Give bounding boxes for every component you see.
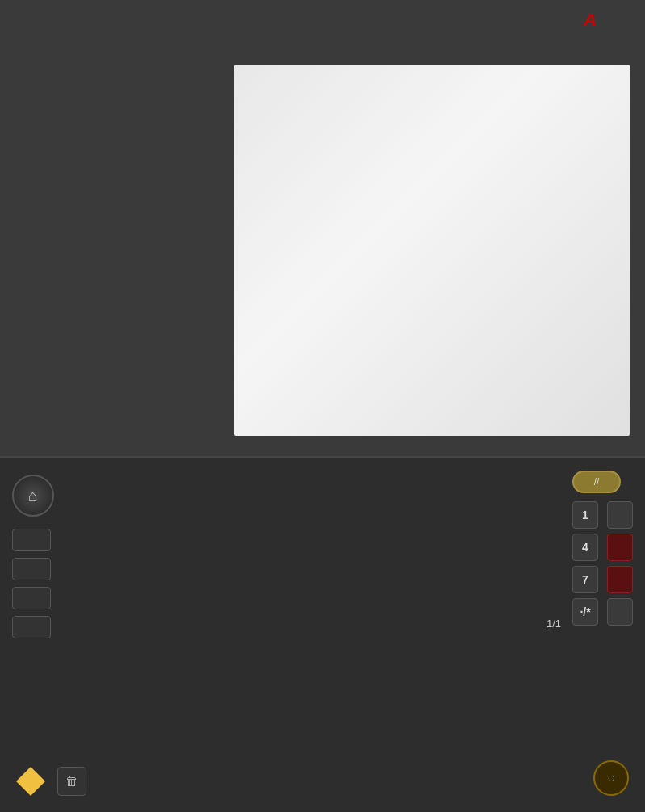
trash-icon: 🗑 bbox=[65, 774, 78, 789]
key-star[interactable]: ·/* bbox=[572, 598, 598, 626]
page-indicator: 1/1 bbox=[543, 616, 564, 631]
key-empty1 bbox=[607, 501, 633, 529]
side-button-3[interactable] bbox=[12, 587, 51, 609]
key-red2[interactable] bbox=[607, 566, 633, 593]
side-button-4[interactable] bbox=[12, 616, 51, 638]
bottom-left-buttons: 🗑 bbox=[16, 767, 86, 796]
oval-icon: // bbox=[594, 476, 600, 488]
side-button-2[interactable] bbox=[12, 558, 51, 580]
key-7[interactable]: 7 bbox=[572, 566, 598, 593]
oval-button[interactable]: // bbox=[572, 471, 621, 493]
printer-body: A ⌂ 🗑 // 1 4 bbox=[0, 0, 645, 812]
key-red1[interactable] bbox=[607, 534, 633, 561]
keypad-grid: 1 4 7 ·/* bbox=[572, 501, 637, 626]
scanner-glass bbox=[234, 65, 630, 436]
scanner-lid bbox=[0, 0, 645, 460]
key-4[interactable]: 4 bbox=[572, 534, 598, 561]
key-1[interactable]: 1 bbox=[572, 501, 598, 529]
trash-button[interactable]: 🗑 bbox=[57, 767, 86, 796]
bottom-right-button[interactable]: ○ bbox=[593, 760, 629, 796]
home-button[interactable]: ⌂ bbox=[12, 475, 54, 517]
key-empty2 bbox=[607, 598, 633, 626]
circle-icon: ○ bbox=[607, 771, 615, 785]
control-panel: ⌂ 🗑 // 1 4 7 ·/ bbox=[0, 456, 645, 812]
side-button-1[interactable] bbox=[12, 529, 51, 551]
diamond-button[interactable] bbox=[16, 767, 45, 796]
right-keypad: // 1 4 7 ·/* bbox=[572, 471, 637, 626]
home-icon: ⌂ bbox=[28, 487, 38, 505]
red-indicator: A bbox=[584, 10, 597, 31]
left-button-group: ⌂ bbox=[12, 475, 69, 645]
